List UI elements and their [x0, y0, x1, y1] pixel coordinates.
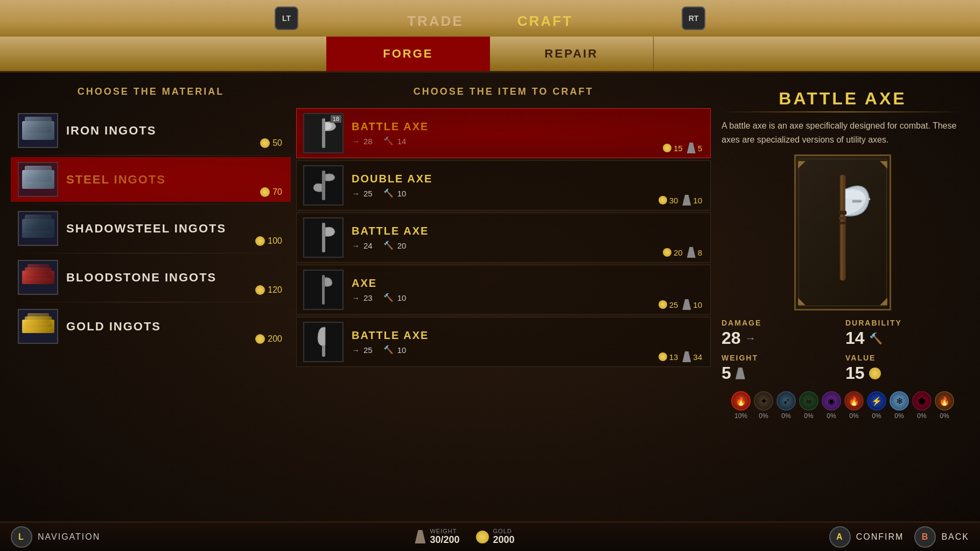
gold-info: GOLD 2000: [476, 528, 515, 546]
gold-cost: 200: [255, 334, 282, 344]
iron-ingot-label: IRON INGOTS: [66, 124, 284, 138]
craft-item-battle-axe-1[interactable]: 18 BATTLE AXE →28 🔨14 15: [296, 108, 711, 158]
battle-axe-1-info: BATTLE AXE →28 🔨14: [352, 121, 704, 146]
material-iron[interactable]: IRON INGOTS 50: [11, 108, 291, 153]
battle-axe-1-cost: 15 5: [663, 143, 702, 153]
svg-rect-0: [322, 118, 325, 148]
svg-rect-8: [839, 217, 846, 220]
craft-item-battle-axe-2[interactable]: BATTLE AXE →24 🔨20 20 8: [296, 213, 711, 263]
enchant-poison: ☠ 0%: [799, 391, 818, 420]
arcane-enchant-icon: ◉: [822, 391, 841, 411]
svg-rect-6: [841, 175, 843, 280]
material-shadowsteel[interactable]: SHADOWSTEEL INGOTS 100: [11, 206, 291, 251]
weight-label: WEIGHT: [722, 354, 840, 362]
coin-icon: [663, 248, 671, 257]
iron-ingot-icon: [18, 113, 58, 148]
enchant-arrow: ➶ 0%: [776, 391, 796, 420]
coin-icon: [869, 368, 881, 379]
battle-axe-3-info: BATTLE AXE →25 🔨10: [352, 329, 704, 355]
battle-axe-2-info: BATTLE AXE →24 🔨20: [352, 225, 704, 250]
weight-label: WEIGHT: [430, 528, 459, 534]
shadowsteel-cost: 100: [255, 236, 282, 246]
ember-enchant-pct: 0%: [940, 412, 949, 420]
l-button[interactable]: L: [11, 526, 32, 548]
corner-bl: ◣: [798, 295, 806, 307]
b-button[interactable]: B: [914, 526, 936, 548]
corner-br: ◢: [880, 295, 887, 307]
coin-icon: [663, 144, 671, 152]
craft-item-axe[interactable]: AXE →23 🔨10 25 10: [296, 265, 711, 315]
battle-axe-2-name: BATTLE AXE: [352, 225, 704, 237]
blood-enchant-icon: ⬟: [912, 391, 932, 411]
forge-tab[interactable]: FORGE: [326, 37, 489, 71]
double-axe-icon: [303, 165, 344, 206]
lightning-enchant-icon: ⚡: [867, 391, 886, 411]
battle-axe-2-cost: 20 8: [663, 247, 702, 258]
durability-label: DURABILITY: [845, 319, 964, 327]
craft-item-double-axe[interactable]: DOUBLE AXE →25 🔨10 30 10: [296, 160, 711, 210]
a-button[interactable]: A: [829, 526, 851, 548]
trade-tab[interactable]: TRADE: [396, 10, 474, 32]
weight-icon: [682, 299, 691, 310]
rt-button[interactable]: RT: [682, 6, 705, 30]
weight-icon: [682, 351, 691, 362]
damage-stat: DAMAGE 28 →: [722, 319, 840, 348]
detail-panel: BATTLE AXE A battle axe is an axe specif…: [716, 83, 969, 505]
item-stats: DAMAGE 28 → DURABILITY 14 🔨 WEIGHT 5: [722, 319, 964, 383]
arrow-enchant-icon: ➶: [776, 391, 796, 411]
svg-rect-2: [322, 223, 325, 252]
weight-icon: [687, 247, 696, 258]
enchant-arcane: ◉ 0%: [822, 391, 841, 420]
navigation-label: NAVIGATION: [38, 532, 100, 542]
weight-icon: [682, 195, 691, 206]
craft-panel-title: CHOOSE THE ITEM TO CRAFT: [296, 83, 711, 100]
repair-tab[interactable]: REPAIR: [490, 37, 654, 71]
weight-value: 5: [722, 363, 840, 383]
weight-value: 30/200: [430, 534, 459, 546]
svg-rect-9: [839, 222, 846, 224]
craft-item-battle-axe-3[interactable]: BATTLE AXE →25 🔨10 13 34: [296, 317, 711, 367]
bloodstone-label: BLOODSTONE INGOTS: [66, 271, 284, 285]
damage-value: 28 →: [722, 328, 840, 348]
back-action[interactable]: B BACK: [914, 526, 969, 548]
bottom-actions: A CONFIRM B BACK: [829, 526, 969, 548]
weight-stat: WEIGHT 5: [722, 354, 840, 383]
gold-label: GOLD INGOTS: [66, 320, 284, 334]
enchant-blood: ⬟ 0%: [912, 391, 932, 420]
durability-stat: DURABILITY 14 🔨: [845, 319, 964, 348]
ember-enchant-icon: 🔥: [935, 391, 954, 411]
value-stat: VALUE 15: [845, 354, 964, 383]
corner-tl: ◤: [798, 158, 806, 170]
craft-panel: CHOOSE THE ITEM TO CRAFT 18 BATTLE AXE →…: [296, 83, 711, 505]
steel-ingot-icon: [18, 162, 58, 197]
enchantments-row: 🔥 10% ✦ 0% ➶ 0% ☠ 0% ◉ 0% 🔥 0%: [722, 391, 964, 420]
craft-tab[interactable]: CRAFT: [507, 10, 584, 32]
navigation-hint: L NAVIGATION: [11, 526, 100, 548]
confirm-action[interactable]: A CONFIRM: [829, 526, 904, 548]
burn-enchant-pct: 0%: [849, 412, 858, 420]
lt-button[interactable]: LT: [275, 6, 298, 30]
material-bloodstone[interactable]: BLOODSTONE INGOTS 120: [11, 255, 291, 300]
svg-rect-5: [840, 175, 846, 280]
coin-icon: [255, 285, 265, 295]
double-axe-info: DOUBLE AXE →25 🔨10: [352, 173, 704, 198]
weight-icon: [736, 368, 745, 379]
blood-enchant-pct: 0%: [917, 412, 926, 420]
coin-icon: [260, 138, 270, 148]
material-steel[interactable]: STEEL INGOTS 70: [11, 157, 291, 202]
battle-axe-3-icon: [303, 322, 344, 362]
divider: [11, 302, 291, 302]
poison-enchant-pct: 0%: [804, 412, 813, 420]
enchant-burn: 🔥 0%: [844, 391, 864, 420]
header: LT TRADE CRAFT RT LB RB FORGE REPAIR: [0, 0, 980, 73]
iron-ingot-cost: 50: [260, 138, 282, 148]
svg-rect-7: [839, 211, 846, 215]
material-gold[interactable]: GOLD INGOTS 200: [11, 304, 291, 349]
battle-axe-3-name: BATTLE AXE: [352, 329, 704, 342]
battle-axe-1-name: BATTLE AXE: [352, 121, 704, 133]
double-axe-cost: 30 10: [659, 195, 702, 206]
gold-value: 2000: [493, 534, 515, 546]
value-label: VALUE: [845, 354, 964, 362]
double-axe-name: DOUBLE AXE: [352, 173, 704, 185]
axe-cost: 25 10: [659, 299, 702, 310]
